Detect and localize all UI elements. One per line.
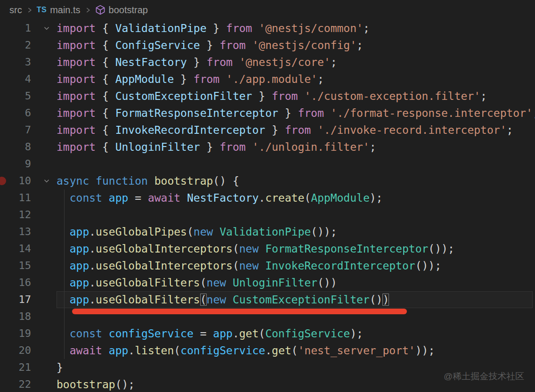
code-token: const (70, 327, 109, 340)
code-token: (); (115, 378, 135, 391)
line-number[interactable]: 17 (0, 291, 31, 308)
line-number[interactable]: 2 (0, 37, 31, 54)
code-token: ); (370, 192, 383, 204)
code-token: { (102, 56, 115, 68)
code-line[interactable]: 7import { InvokeRecordInterceptor } from… (0, 122, 535, 139)
code-token: app (70, 243, 89, 255)
code-token: app (70, 260, 89, 272)
code-token: import (57, 56, 102, 68)
line-number[interactable]: 19 (0, 325, 31, 342)
code-token: app (70, 294, 89, 306)
code-token: import (57, 39, 102, 51)
code-line[interactable]: 15 app.useGlobalInterceptors(new InvokeR… (0, 257, 535, 274)
code-line[interactable]: 14 app.useGlobalInterceptors(new FormatR… (0, 240, 535, 257)
line-number[interactable]: 20 (0, 342, 31, 359)
code-token: './invoke-record.interceptor' (317, 124, 507, 136)
code-line[interactable]: 5import { CustomExceptionFilter } from '… (0, 88, 535, 105)
code-line[interactable]: 10async function bootstrap() { (0, 172, 535, 189)
breadcrumb-item-symbol[interactable]: bootstrap (95, 5, 148, 16)
line-number[interactable]: 21 (0, 359, 31, 376)
breadcrumb: src TS main.ts bootstrap (0, 0, 535, 20)
line-number[interactable]: 14 (0, 240, 31, 257)
code-token: from (226, 22, 259, 34)
line-number[interactable]: 6 (0, 105, 31, 122)
line-number[interactable]: 9 (0, 155, 31, 172)
code-token: '@nestjs/config' (252, 39, 357, 51)
code-text: import { InvokeRecordInterceptor } from … (57, 122, 513, 139)
code-token: ; (317, 73, 324, 85)
code-line[interactable]: 17 app.useGlobalFilters(new CustomExcept… (0, 291, 535, 308)
code-token: from (207, 56, 239, 68)
code-token: app (70, 277, 89, 289)
line-number[interactable]: 10 (0, 172, 31, 189)
line-number[interactable]: 13 (0, 223, 31, 240)
code-line[interactable]: 11 const app = await NestFactory.create(… (0, 189, 535, 206)
code-token: NestFactory (115, 56, 187, 68)
code-token: { (102, 107, 115, 119)
code-line[interactable]: 9 (0, 155, 535, 172)
code-token: '@nestjs/common' (259, 22, 363, 34)
code-token: useGlobalPipes (96, 226, 187, 238)
breadcrumb-item-src[interactable]: src (9, 5, 22, 16)
breadcrumb-item-file[interactable]: TS main.ts (37, 5, 81, 16)
code-text: import { ValidationPipe } from '@nestjs/… (57, 20, 370, 37)
code-token: 'nest_server_port' (298, 344, 415, 357)
code-token: = (194, 327, 213, 340)
line-number[interactable]: 5 (0, 88, 31, 105)
line-number[interactable]: 4 (0, 71, 31, 88)
code-line[interactable]: 20 await app.listen(configService.get('n… (0, 342, 535, 359)
code-token: ; (507, 124, 513, 136)
code-line[interactable]: 4import { AppModule } from './app.module… (0, 71, 535, 88)
code-token: ConfigService (265, 327, 350, 340)
code-token: ; (357, 39, 363, 51)
breadcrumb-folder-label: src (9, 5, 22, 16)
fold-chevron-down-icon[interactable] (41, 172, 53, 189)
code-line[interactable]: 19 const configService = app.get(ConfigS… (0, 325, 535, 342)
line-number[interactable]: 1 (0, 20, 31, 37)
code-line[interactable]: 1import { ValidationPipe } from '@nestjs… (0, 20, 535, 37)
line-number[interactable]: 7 (0, 122, 31, 139)
code-token: from (219, 39, 252, 51)
code-token: configService (109, 327, 194, 340)
line-number[interactable]: 12 (0, 206, 31, 223)
code-line[interactable]: 12 (0, 206, 535, 223)
code-token: ( (259, 327, 265, 340)
line-number[interactable]: 16 (0, 274, 31, 291)
code-token: bootstrap (57, 378, 115, 391)
line-number[interactable]: 3 (0, 54, 31, 71)
code-line[interactable]: 16 app.useGlobalFilters(new UnloginFilte… (0, 274, 535, 291)
code-text: async function bootstrap() { (57, 172, 239, 189)
code-line[interactable]: 6import { FormatResponseInterceptor } fr… (0, 105, 535, 122)
code-text: await app.listen(configService.get('nest… (57, 342, 435, 359)
line-number[interactable]: 18 (0, 308, 31, 325)
line-number[interactable]: 11 (0, 189, 31, 206)
code-token: async (57, 175, 96, 187)
code-line[interactable]: 13 app.useGlobalPipes(new ValidationPipe… (0, 223, 535, 240)
code-token: ( (187, 226, 194, 238)
code-token (57, 327, 70, 340)
code-token: from (194, 73, 226, 85)
code-token: . (89, 226, 96, 238)
code-line[interactable]: 3import { NestFactory } from '@nestjs/co… (0, 54, 535, 71)
code-token: ; (533, 107, 535, 119)
code-token: ValidationPipe (115, 22, 207, 34)
fold-chevron-down-icon[interactable] (41, 20, 53, 37)
code-token: )); (415, 344, 435, 357)
red-annotation-underline (72, 309, 407, 314)
code-token: ()); (415, 260, 441, 272)
code-token: ( (200, 277, 207, 289)
code-token: InvokeRecordInterceptor (115, 124, 266, 136)
code-token: app (213, 327, 233, 340)
code-token: new (194, 226, 219, 238)
code-token: } (207, 22, 227, 34)
line-number[interactable]: 22 (0, 376, 31, 392)
code-line[interactable]: 8import { UnloginFilter } from './unlogi… (0, 139, 535, 155)
code-token: { (102, 39, 115, 51)
code-line[interactable]: 2import { ConfigService } from '@nestjs/… (0, 37, 535, 54)
code-token: get (272, 344, 292, 357)
code-token: ()) (317, 277, 337, 289)
line-number[interactable]: 8 (0, 139, 31, 155)
code-token: . (233, 327, 239, 340)
code-token: } (187, 56, 207, 68)
line-number[interactable]: 15 (0, 257, 31, 274)
